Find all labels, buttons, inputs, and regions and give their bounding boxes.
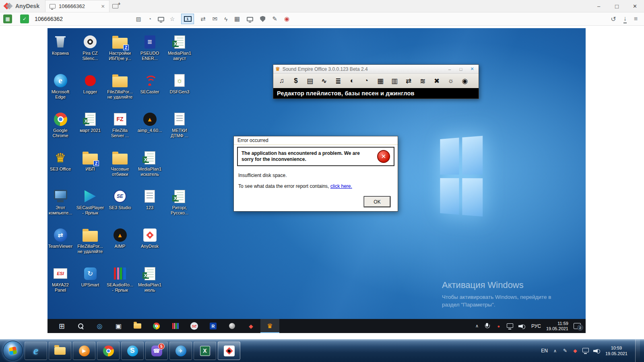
desktop-icon[interactable]: Pira CZ Silenc... [75,33,105,72]
desktop-icon[interactable]: Этот компьюте... [47,188,75,226]
cards-icon[interactable]: ▥ [389,75,400,86]
desktop-icon[interactable]: ZНастройки ИБП(не у... [105,33,135,72]
click-here-link[interactable]: click here. [330,183,352,189]
transfer-icon[interactable]: ⇄ [403,75,414,86]
desktop-icon[interactable]: МЕТКИ ДТМФ ... [165,111,194,149]
task-view-button[interactable]: ▣ [109,319,128,333]
ok-button[interactable]: OK [364,197,390,207]
desktop-icon[interactable]: SESE3 Studio [105,188,135,226]
monitor-select-button[interactable]: 1 [181,14,194,24]
network-icon[interactable] [582,348,589,352]
chrome-button[interactable] [147,319,166,333]
database-icon[interactable]: ≋ [417,75,428,86]
history-icon[interactable]: ↺ [611,15,616,23]
desktop-icon[interactable]: eMicrosoft Edge [47,72,75,111]
close-tab-icon[interactable] [101,4,105,9]
desktop-icon[interactable]: MediaPlan1 июль [135,265,165,304]
desktop-icon[interactable]: SECaster [135,72,165,111]
desktop-icon[interactable]: FileZillaPor... не удаляйте [105,72,135,111]
chevron-up-icon[interactable]: ∧ [474,323,480,329]
chrome-button[interactable] [97,341,120,360]
maximize-button[interactable] [608,0,626,12]
anydesk-button[interactable]: ◆ [242,319,260,333]
finance-icon[interactable]: $ [290,75,301,86]
keyboard-icon[interactable]: ▦ [234,15,240,23]
session-timer-icon[interactable]: ◔ [147,16,153,22]
remote-language-indicator[interactable]: РУС [531,323,541,329]
settings-icon[interactable]: ☼ [445,75,456,86]
host-language-indicator[interactable]: EN [541,348,548,354]
swoosh-app-button[interactable]: ✈ [169,341,192,360]
sound-empire-button[interactable]: ♛ [260,319,279,333]
playlist-icon[interactable]: ≣ [332,75,344,86]
music-icon[interactable]: ♫ [276,75,287,86]
desktop-icon[interactable]: AnyDesk [135,226,165,265]
excel-button[interactable]: X [194,341,216,360]
show-desktop-button[interactable] [635,339,640,362]
install-icon[interactable]: ↓ [623,15,627,23]
mic-icon[interactable] [485,323,491,329]
minimize-button[interactable] [590,0,608,12]
desktop-icon[interactable]: Риторг, Русско... [165,188,194,226]
desktop-icon[interactable]: FileZillaPor... не удаляйте [75,226,105,265]
desktop-icon[interactable]: DSFGen3 [165,72,194,111]
skype-button[interactable]: S [121,341,144,360]
screenshot-icon[interactable]: ▨ [135,16,142,22]
desktop-icon[interactable]: ♛SE3 Office [47,149,75,188]
new-session-button[interactable] [109,0,122,12]
wmp-button[interactable]: ▶ [73,341,95,360]
favorites-icon[interactable]: ☆ [169,16,175,22]
session-tab[interactable]: 106666362 [45,0,109,12]
audio-router-button[interactable] [166,319,185,333]
globe-icon[interactable]: ◐ [347,75,358,86]
se-close-button[interactable] [468,66,477,72]
sound-empire-titlebar[interactable]: Sound Empire Office 3.0.0.123 Beta 2.4 [273,65,479,74]
desktop-icon[interactable]: март 2021 [75,111,105,149]
desktop-icon[interactable]: Часовые отбивки [105,149,135,188]
desktop-icon[interactable]: ↻UPSmart [75,265,105,304]
sphere-button[interactable] [223,319,242,333]
whiteboard-icon[interactable]: ✎ [272,15,277,23]
desktop-icon[interactable]: Google Chrome [47,111,75,149]
search-button[interactable] [71,319,90,333]
pen-icon[interactable]: ✎ [562,348,568,354]
document-icon[interactable]: ▤ [304,75,316,86]
record-session-icon[interactable]: ◉ [284,15,289,23]
remote-clock[interactable]: 11:59 19.05.2021 [546,321,568,331]
notification-center-icon[interactable]: 2 [574,323,581,329]
desktop-icon[interactable]: ▲AIMP [105,226,135,265]
cortana-button[interactable]: ◎ [90,319,109,333]
tools-icon[interactable]: ✖ [431,75,442,86]
scheduler-icon[interactable]: ◔ [361,75,372,86]
ritorg-button[interactable]: R [204,319,223,333]
permissions-icon[interactable] [260,16,265,22]
menu-icon[interactable]: ≡ [634,15,638,23]
anydesk-tray-icon[interactable]: ◆ [572,348,578,354]
se-minimize-button[interactable] [445,67,454,72]
actions-icon[interactable]: ϟ [224,16,227,23]
desktop-icon[interactable]: ⇄TeamViewer [47,226,75,265]
close-button[interactable] [626,0,644,12]
desktop-icon[interactable]: Logger [75,72,105,111]
remote-desktop[interactable]: КорзинаPira CZ Silenc...ZНастройки ИБП(н… [47,28,586,333]
viber-button[interactable]: ☎5 [145,341,168,360]
session-monitor-icon[interactable] [158,17,164,21]
ie-button[interactable]: e [25,341,47,360]
host-clock[interactable]: 10:59 19.05.2021 [605,345,627,356]
desktop-icon[interactable]: MediaPlan1 искатель [135,149,165,188]
record-dot-icon[interactable]: ● [496,324,502,329]
se-studio-button[interactable]: SE [185,319,204,333]
desktop-icon[interactable]: ▲aimp_4.60... [135,111,165,149]
explorer-button[interactable] [49,341,71,360]
chat-icon[interactable]: ✉ [213,15,218,23]
start-button[interactable]: ⊞ [52,319,71,333]
chevron-up-icon[interactable]: ∧ [552,348,558,354]
switch-sides-icon[interactable]: ⇄ [200,15,206,23]
anydesk-button[interactable]: ◆ [218,341,240,360]
desktop-icon[interactable]: ≣PSEUDO ENER... [135,33,165,72]
display-settings-icon[interactable] [247,17,253,21]
desktop-icon[interactable]: MediaPlan1 август [165,33,194,72]
se-maximize-button[interactable] [456,67,465,72]
grid-icon[interactable]: ▦ [375,75,386,86]
file-explorer-button[interactable] [128,319,147,333]
